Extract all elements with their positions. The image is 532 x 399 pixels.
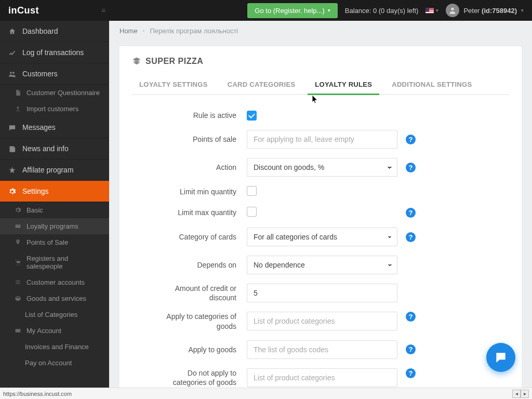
scroll-left[interactable]: ◂ xyxy=(512,390,521,398)
sidebar-item-affiliate[interactable]: Affilate program xyxy=(0,159,109,181)
sub-label: Registers and salespeople xyxy=(26,255,101,270)
status-bar: https://business.incust.com ◂ ▸ xyxy=(0,388,532,399)
select-category-cards[interactable]: For all categories of cards xyxy=(247,228,397,246)
label-pos: Points of sale xyxy=(153,135,238,144)
sidebar-sub-questionnaire[interactable]: Customer Questionnaire xyxy=(0,85,109,101)
checkbox-rule-active[interactable] xyxy=(247,111,257,121)
gear-icon xyxy=(15,207,21,214)
checkbox-limit-min[interactable] xyxy=(247,186,257,196)
input-apply-goods[interactable] xyxy=(247,340,397,359)
content-card: SUPER PIZZA LOYALTY SETTINGS CARD CATEGO… xyxy=(119,46,522,399)
help-icon[interactable]: ? xyxy=(406,368,416,378)
sidebar-item-settings[interactable]: Settings xyxy=(0,181,109,202)
settings-goods[interactable]: Goods and services xyxy=(0,290,109,307)
help-icon[interactable]: ? xyxy=(406,312,416,322)
sidebar-label: Affilate program xyxy=(22,166,74,174)
scroll-arrows: ◂ ▸ xyxy=(512,390,529,398)
sub-label: Customer accounts xyxy=(26,278,85,286)
main-content: Home • Перелік програм лояльності SUPER … xyxy=(109,21,532,399)
label-action: Action xyxy=(153,163,238,172)
settings-basic[interactable]: Basic xyxy=(0,202,109,218)
checkbox-limit-max[interactable] xyxy=(247,207,257,217)
input-pos[interactable] xyxy=(247,130,397,149)
sub-label: Import customers xyxy=(26,105,78,113)
sidebar-item-log[interactable]: Log of transactions xyxy=(0,42,109,63)
upload-icon xyxy=(15,105,21,112)
sidebar-sub-import[interactable]: Import customers xyxy=(0,101,109,117)
list-icon xyxy=(15,279,21,286)
settings-pos[interactable]: Points of Sale xyxy=(0,234,109,250)
label-not-apply-cat: Do not apply to categories of goods xyxy=(153,368,238,387)
sub-label: Invoices and Finance xyxy=(25,343,89,351)
label-amount: Amount of credit or discount xyxy=(153,284,238,302)
sub-label: Basic xyxy=(26,206,43,214)
menu-toggle-icon[interactable]: ≡ xyxy=(101,6,105,15)
form: Rule is active Points of sale ? Action D… xyxy=(132,111,509,387)
sidebar-item-messages[interactable]: Messages xyxy=(0,117,109,138)
help-icon[interactable]: ? xyxy=(406,163,416,172)
settings-accounts[interactable]: Customer accounts xyxy=(0,274,109,290)
help-icon[interactable]: ? xyxy=(406,208,416,218)
help-icon[interactable]: ? xyxy=(406,232,416,242)
input-amount[interactable] xyxy=(247,284,397,302)
app-header: inCust ≡ Go to (Register. help...) ▾ Bal… xyxy=(0,0,532,21)
help-icon[interactable]: ? xyxy=(406,344,416,354)
settings-myaccount[interactable]: My Account xyxy=(0,323,109,339)
label-rule-active: Rule is active xyxy=(153,111,238,120)
sidebar-label: Log of transactions xyxy=(22,48,84,57)
select-depends[interactable]: No dependence xyxy=(247,256,397,274)
user-menu[interactable]: Peter (id:758942) ▾ xyxy=(446,4,524,17)
gear-icon xyxy=(8,188,16,195)
sidebar-item-news[interactable]: News and info xyxy=(0,138,109,159)
chat-icon xyxy=(494,351,508,364)
flag-icon xyxy=(425,8,434,14)
breadcrumb-sep: • xyxy=(142,27,145,35)
input-apply-cat[interactable] xyxy=(247,312,397,330)
settings-payaccount[interactable]: Pay on Account xyxy=(0,355,109,371)
news-icon xyxy=(8,145,16,153)
tab-additional[interactable]: ADDITIONAL SETTINGS xyxy=(384,75,479,95)
chevron-down-icon: ▾ xyxy=(436,8,438,13)
page-title: SUPER PIZZA xyxy=(132,57,509,66)
settings-invoices[interactable]: Invoices and Finance xyxy=(0,339,109,355)
label-limit-max: Limit max quantity xyxy=(153,208,238,217)
label-apply-goods: Apply to goods xyxy=(153,345,238,354)
msg-icon xyxy=(8,124,16,131)
home-icon xyxy=(8,28,16,35)
tab-loyalty-settings[interactable]: LOYALTY SETTINGS xyxy=(132,75,215,95)
chevron-down-icon: ▾ xyxy=(521,8,524,13)
logo: inCust xyxy=(8,5,39,16)
status-url: https://business.incust.com xyxy=(3,391,72,397)
settings-goods-categories[interactable]: List of Categories xyxy=(0,307,109,323)
card-icon xyxy=(15,223,21,230)
doc-icon xyxy=(15,89,21,96)
sidebar-label: Dashboard xyxy=(22,27,58,35)
sidebar-item-customers[interactable]: Customers xyxy=(0,63,109,85)
chart-icon xyxy=(8,49,16,57)
goto-button[interactable]: Go to (Register. help...) ▾ xyxy=(247,3,337,18)
language-selector[interactable]: ▾ xyxy=(425,8,438,14)
input-not-apply-cat[interactable] xyxy=(247,368,397,387)
sub-label: Points of Sale xyxy=(26,238,68,246)
balance-text: Balance: 0 (0 day(s) left) xyxy=(345,7,419,15)
sub-label: List of Categories xyxy=(25,311,77,318)
select-action[interactable]: Discount on goods, % xyxy=(247,158,397,177)
tab-loyalty-rules[interactable]: LOYALTY RULES xyxy=(308,75,379,95)
star-icon xyxy=(8,166,16,174)
breadcrumb-page: Перелік програм лояльності xyxy=(150,27,238,35)
label-limit-min: Limit min quantity xyxy=(153,187,238,196)
breadcrumb-home[interactable]: Home xyxy=(119,27,138,35)
chat-fab[interactable] xyxy=(486,343,515,372)
sidebar-label: Customers xyxy=(22,70,58,78)
label-depends: Depends on xyxy=(153,260,238,270)
sub-label: Pay on Account xyxy=(25,359,72,367)
scroll-right[interactable]: ▸ xyxy=(521,390,529,398)
label-apply-cat: Apply to categories of goods xyxy=(153,312,238,330)
sidebar-item-dashboard[interactable]: Dashboard xyxy=(0,21,109,42)
layers-icon xyxy=(132,57,141,66)
settings-registers[interactable]: Registers and salespeople xyxy=(0,250,109,274)
help-icon[interactable]: ? xyxy=(406,135,416,144)
cart-icon xyxy=(15,259,21,266)
tab-card-categories[interactable]: CARD CATEGORIES xyxy=(220,75,303,95)
settings-loyalty[interactable]: Loyalty programs xyxy=(0,218,109,234)
